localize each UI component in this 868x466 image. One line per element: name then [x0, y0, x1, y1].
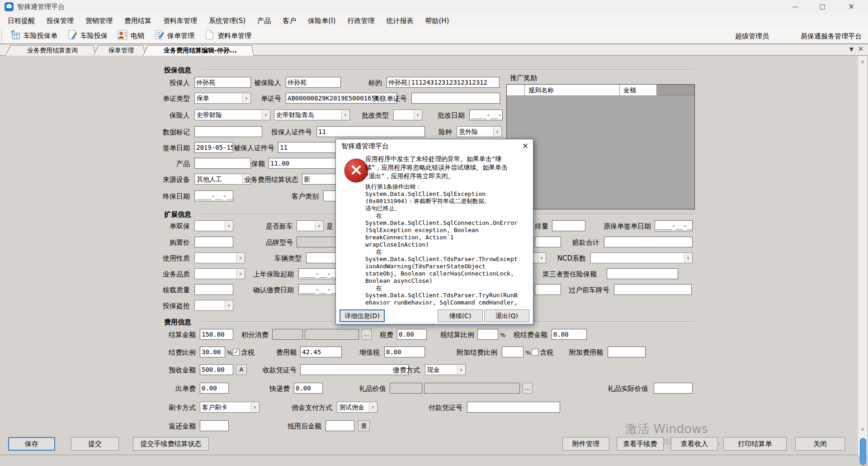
toolbar-label: 资料单管理: [217, 32, 251, 40]
amount-input[interactable]: 11.00: [269, 158, 336, 169]
submit-button[interactable]: 提交: [71, 437, 119, 451]
extra-ratio-unit: %: [525, 347, 531, 358]
single-double-label: 单双保: [122, 220, 190, 232]
insured-input[interactable]: 仲孙苑: [286, 77, 341, 88]
insured-id-input[interactable]: 11: [278, 142, 336, 153]
car-insure-button[interactable]: 车险投保: [64, 29, 114, 43]
maximize-button[interactable]: □: [812, 0, 833, 14]
third-party-input[interactable]: [607, 268, 678, 279]
menu-customer[interactable]: 客户: [277, 14, 302, 28]
extra-fee-input[interactable]: [608, 347, 646, 357]
express-fee-label: 快递费: [222, 383, 290, 395]
close-button[interactable]: ×: [841, 0, 862, 14]
settle-status-input[interactable]: 新: [302, 174, 339, 185]
tab-fee-settle-edit[interactable]: 业务费用结算编辑-仲孙...: [143, 45, 254, 56]
menu-product[interactable]: 产品: [251, 14, 277, 28]
subject-input[interactable]: 仲孙苑|11124312312312312312: [387, 77, 500, 88]
menu-report[interactable]: 统计报表: [380, 14, 419, 28]
menu-system[interactable]: 系统管理(S): [203, 14, 251, 28]
theft-select[interactable]: [194, 300, 233, 311]
displacement-input[interactable]: [552, 220, 585, 231]
scroll-down-icon[interactable]: ∨: [858, 427, 867, 432]
document-manage-button[interactable]: 资料单管理: [201, 29, 258, 43]
gift-value-input[interactable]: [390, 383, 422, 394]
scroll-up-icon[interactable]: ∧: [858, 59, 867, 64]
vat-input[interactable]: 0.00: [384, 347, 425, 357]
fee-amount-label: 费用额: [229, 347, 297, 358]
gift-detail-input[interactable]: [424, 383, 520, 394]
pay-receipt-no-input[interactable]: [467, 402, 560, 413]
new-car-select[interactable]: [297, 220, 324, 231]
orig-sign-date-input[interactable]: ____-__-__: [655, 220, 693, 231]
quit-button[interactable]: 退出(Q): [484, 309, 529, 322]
tab-close-icon[interactable]: ×: [858, 45, 863, 53]
amount-label: 保额: [197, 158, 265, 170]
menu-schedule[interactable]: 日程提醒: [2, 14, 41, 28]
customer-class-label: 客户类别: [251, 190, 319, 202]
points-input[interactable]: [272, 329, 303, 340]
menu-library[interactable]: 资料库管理: [157, 14, 203, 28]
commission-method-select[interactable]: 测试佣金: [337, 402, 377, 413]
card-method-select[interactable]: 客户刷卡: [200, 402, 259, 413]
menu-insure-mgmt[interactable]: 投保管理: [41, 14, 80, 28]
rel-doc-no-input[interactable]: [411, 93, 500, 104]
insured-id-label: 被保人证件号: [207, 142, 274, 154]
tax-fee-amount-input[interactable]: 0.00: [552, 329, 587, 340]
scrollbar-thumb[interactable]: [860, 438, 866, 465]
ncd-select[interactable]: [590, 252, 693, 263]
error-message: 应用程序中发生了未经处理的异常。如果单击“继 续”，应用程序将忽略此错误并尝试继…: [365, 155, 524, 181]
continue-button[interactable]: 继续(C): [438, 309, 483, 322]
section-extended-info: 扩展信息: [164, 210, 191, 219]
toolbar-label: 车险投保单: [24, 32, 57, 40]
after-offset-label: 抵用后金额: [254, 420, 321, 432]
tab-policy-manage[interactable]: 保单管理: [93, 45, 146, 56]
menu-bar: 日程提醒 投保管理 营销管理 费用结算 资料库管理 系统管理(S) 产品 客户 …: [0, 14, 868, 28]
minimize-button[interactable]: —: [785, 0, 806, 14]
claim-total-input[interactable]: [604, 237, 693, 247]
close-page-button[interactable]: 关闭: [795, 437, 845, 451]
vat-label: 增值税: [312, 347, 380, 358]
query-button[interactable]: 查: [358, 420, 370, 431]
view-fee-button[interactable]: 查看手续费: [617, 437, 664, 451]
after-offset-input[interactable]: [326, 420, 354, 431]
prev-plate-input[interactable]: [614, 284, 692, 295]
dialog-title: 智择通管理平台: [341, 139, 389, 153]
endorse-date-input[interactable]: ____-__-__: [469, 109, 503, 120]
menu-fee-settle[interactable]: 费用结算: [118, 14, 157, 28]
submit-status-button[interactable]: 提交手续费结算状态: [133, 437, 209, 451]
save-button[interactable]: 保存: [8, 437, 55, 451]
extra-ratio-input[interactable]: [502, 347, 524, 357]
end-date-label: 终保日期: [122, 190, 190, 202]
sign-date-label: 签单日期: [122, 142, 190, 154]
tax-ratio-label: 税结算比例: [406, 329, 474, 341]
telesales-button[interactable]: 电销: [114, 29, 151, 43]
tab-fee-settle-query[interactable]: 业务费用结算查询: [5, 45, 96, 56]
gift-browse-button[interactable]: ...: [523, 383, 533, 394]
refund-label: 返还金额: [128, 420, 196, 432]
tab-list-dropdown-icon[interactable]: ▼: [849, 46, 854, 52]
dialog-close-icon[interactable]: ×: [522, 139, 528, 153]
prepaid-input[interactable]: 500.00: [200, 364, 233, 375]
attachment-button[interactable]: 附件管理: [562, 437, 609, 451]
insurer-select[interactable]: 史带财险: [194, 109, 270, 120]
gift-actual-input[interactable]: [654, 383, 693, 394]
menu-policy[interactable]: 保险单(I): [302, 14, 341, 28]
end-date-input[interactable]: ____-__-__: [194, 190, 233, 201]
menu-help[interactable]: 帮助(H): [419, 14, 455, 28]
pay-method-select[interactable]: 现金: [425, 364, 466, 375]
view-income-button[interactable]: 查看收入: [671, 437, 718, 451]
vertical-scrollbar[interactable]: ∧ ∨: [858, 56, 867, 456]
risk-select[interactable]: 意外险: [457, 126, 502, 137]
details-button[interactable]: 详细信息(D): [340, 309, 385, 322]
settle-status-label: 业务费用结算状态: [231, 174, 298, 185]
policy-manage-button[interactable]: 保单管理: [151, 29, 201, 43]
menu-admin[interactable]: 行政管理: [341, 14, 380, 28]
refund-input[interactable]: [200, 420, 229, 431]
title-bar: 智择通管理平台: [0, 0, 868, 14]
fee-ratio-input[interactable]: 30.00: [200, 347, 225, 357]
pay-method-label: 缴费方式: [352, 364, 420, 376]
receipt-no-label: 收款凭证号: [229, 364, 297, 376]
car-policy-form-button[interactable]: 车险投保单: [7, 29, 64, 43]
print-settlement-button[interactable]: 打印结算单: [723, 437, 787, 451]
menu-marketing[interactable]: 营销管理: [80, 14, 118, 28]
